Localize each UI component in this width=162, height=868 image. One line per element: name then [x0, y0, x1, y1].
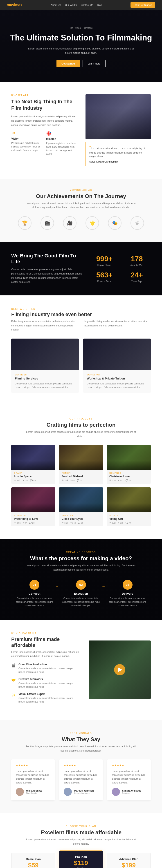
test-role-3: Producer — [122, 792, 141, 794]
workshop-card-text: Consectetur nulla consectetur images pos… — [87, 382, 147, 389]
breadcrumb: Film • Video • Filmmaker — [69, 27, 93, 29]
process-step-1: 01 Concept Consectetur nulla nunc consec… — [11, 580, 58, 608]
achievements-description: Lorem ipsum dolor sit amet, consectetur … — [25, 201, 137, 210]
project-body-5: Thriller Close Your Eyes 👁 3.7k ♥ 142 💬 … — [59, 512, 103, 526]
hero-primary-button[interactable]: Get Started — [56, 60, 80, 67]
hero-section: Film • Video • Filmmaker The Ultimate So… — [0, 10, 162, 82]
achievement-icon-5: 🎭 — [108, 216, 122, 231]
achievement-icon-1: 🏆 — [18, 216, 31, 231]
hero-buttons: Get Started Learn More — [56, 60, 106, 67]
offer-intro-right: In gravida tristique nibh lobortis monte… — [84, 319, 151, 332]
pricing-title: Excellent films made affordable — [11, 829, 151, 836]
projects-grid: Drama Lost In Space 👁 4.4k ♥ 171 💬 45 Ac… — [11, 445, 151, 526]
pricing-section: Choose Your Plan Excellent films made af… — [0, 813, 162, 868]
stat-item-1: 999+ Happy Clients — [90, 255, 118, 267]
project-comments-2: 💬 32 — [77, 479, 82, 482]
project-card-5: Thriller Close Your Eyes 👁 3.7k ♥ 142 💬 … — [59, 487, 103, 526]
stat-label-1: Happy Clients — [90, 264, 118, 267]
stat-num-1: 999+ — [90, 255, 118, 263]
quote-mark: " — [89, 146, 91, 150]
test-stars-1: ★★★★★ — [16, 764, 50, 767]
project-image-1 — [11, 445, 55, 470]
who-we-are-section: Who We Are The Next Big Thing In The Fil… — [0, 82, 162, 179]
test-author-info-2: Marcus Johnson Cinematographer — [74, 789, 93, 794]
process-label: Creative Process — [11, 551, 151, 554]
ach-circle-5: 🎭 — [108, 216, 122, 230]
achievement-icon-2: 🎬 — [40, 216, 54, 231]
project-card-3: Romance Christmas Lover 👁 5.1k ♥ 203 💬 6… — [107, 445, 151, 484]
testimonials-section: Testimonials What They Say Porttitor int… — [0, 720, 162, 813]
hero-outline-button[interactable]: Learn More — [83, 60, 106, 67]
stat-item-3: 563+ Projects Done — [90, 271, 118, 283]
project-card-4: Romance Pretending to Love 👁 2.8k ♥ 87 💬… — [11, 487, 55, 526]
who-image — [85, 94, 151, 139]
test-author-3: Sandra Williams Producer — [112, 788, 146, 796]
project-likes-2: ♥ 98 — [71, 479, 75, 482]
testimonials-description: Porttitor integer vulputate pulvinar rut… — [25, 744, 137, 753]
why-feature-1: 🎬 Great Film Production Consectetur null… — [11, 663, 80, 674]
test-avatar-3 — [112, 788, 120, 796]
project-meta-1: 👁 4.4k ♥ 171 💬 45 — [14, 479, 53, 482]
workshop-image-overlay — [83, 339, 151, 370]
nav-cta-button[interactable]: Let's Get Started — [131, 2, 155, 8]
nav-links: About Us Our Works Contact Us Blog — [51, 4, 102, 6]
pricing-header-pro: Pro Plan $119 /Monthly — [59, 851, 103, 868]
pricing-card-basic: Basic Plan $59 /Monthly ✓Filming in HD q… — [11, 853, 55, 868]
why-right — [89, 641, 151, 699]
process-step-3: 03 Delivery Consectetur nulla nunc conse… — [104, 580, 151, 608]
project-comments-4: 💬 28 — [29, 522, 34, 524]
pricing-price-basic: $59 — [16, 862, 51, 868]
ach-circle-6: 📽 — [131, 216, 144, 230]
nav-works[interactable]: Our Works — [65, 4, 77, 6]
project-title-4: Pretending to Love — [14, 517, 53, 521]
why-feature-title-3: Visual Effects Expert — [19, 692, 80, 695]
who-vision-card: 👁 Vision Pellentesque habitant morbi tri… — [11, 131, 42, 160]
pricing-card-pro: Pro Plan $119 /Monthly ✓Filming in 4K qu… — [59, 850, 103, 868]
nav-contact[interactable]: Contact Us — [81, 4, 93, 6]
who-description: Lorem ipsum dolor sit amet, consectetur … — [11, 115, 77, 127]
project-views-6: 👁 6.2k — [109, 522, 116, 524]
project-title-2: Football Diehard — [62, 475, 100, 478]
nav-blog[interactable]: Blog — [97, 4, 102, 6]
why-feature-icon-3: ✨ — [11, 693, 16, 697]
quote-text: Lorem ipsum dolor sit amet, consectetur … — [89, 147, 146, 158]
test-avatar-1 — [16, 788, 24, 796]
filming-card-title: Filming Services — [15, 377, 75, 380]
project-image-3 — [107, 445, 151, 470]
why-feature-2: 🤝 Creative Teamwork Consectetur nulla nu… — [11, 678, 80, 689]
people-silhouette — [85, 94, 151, 139]
navbar: muvimax About Us Our Works Contact Us Bl… — [0, 0, 162, 10]
mission-text: If you are registered you have have many… — [46, 142, 77, 156]
project-tag-3: Romance — [109, 472, 148, 474]
play-button[interactable] — [114, 664, 125, 675]
testimonial-card-3: ★★★★★ Lorem ipsum dolor sit amet consect… — [107, 760, 151, 800]
why-feature-text-2: Consectetur nulla nunc consectetur accum… — [19, 682, 80, 689]
testimonials-grid: ★★★★★ Lorem ipsum dolor sit amet consect… — [11, 760, 151, 800]
workshop-card-title: Workshop & Private Tuition — [87, 377, 147, 380]
pricing-header-basic: Basic Plan $59 /Monthly — [11, 853, 55, 868]
projects-label: Our Projects — [11, 417, 151, 420]
ach-circle-3: 🎥 — [63, 216, 77, 230]
project-likes-3: ♥ 203 — [118, 479, 123, 482]
filming-image-overlay — [11, 339, 79, 370]
nav-about[interactable]: About Us — [51, 4, 61, 6]
project-views-4: 👁 2.8k — [14, 522, 21, 524]
process-description: Lorem ipsum dolor sit amet consectetur a… — [25, 563, 137, 572]
offer-intro: Pellentesque nunc nunc consectetur pelle… — [11, 319, 151, 332]
quote-box: " Lorem ipsum dolor sit amet, consectetu… — [85, 142, 151, 166]
project-overlay-3 — [107, 461, 151, 470]
pricing-plan-basic: Basic Plan — [16, 858, 51, 861]
testimonial-card-1: ★★★★★ Lorem ipsum dolor sit amet consect… — [11, 760, 55, 800]
project-title-1: Lost In Space — [14, 475, 53, 478]
stat-num-3: 563+ — [90, 271, 118, 279]
stats-description: Cursus nulla consectetur pharetra magna … — [11, 267, 84, 284]
process-step-num-3: 03 — [123, 580, 133, 590]
process-step-text-3: Consectetur nulla nunc consectetur accum… — [108, 597, 147, 608]
filming-card-image — [11, 339, 79, 370]
stat-label-4: Years Exp. — [123, 280, 151, 283]
why-feature-content-3: Visual Effects Expert Consectetur nulla … — [19, 692, 80, 704]
filming-card-body: Services Filming Services Consectetur nu… — [11, 370, 79, 393]
test-author-info-1: William Shaw Film Director — [26, 789, 42, 794]
test-role-2: Cinematographer — [74, 792, 93, 794]
pricing-plan-advance: Advance Plan — [111, 858, 146, 861]
